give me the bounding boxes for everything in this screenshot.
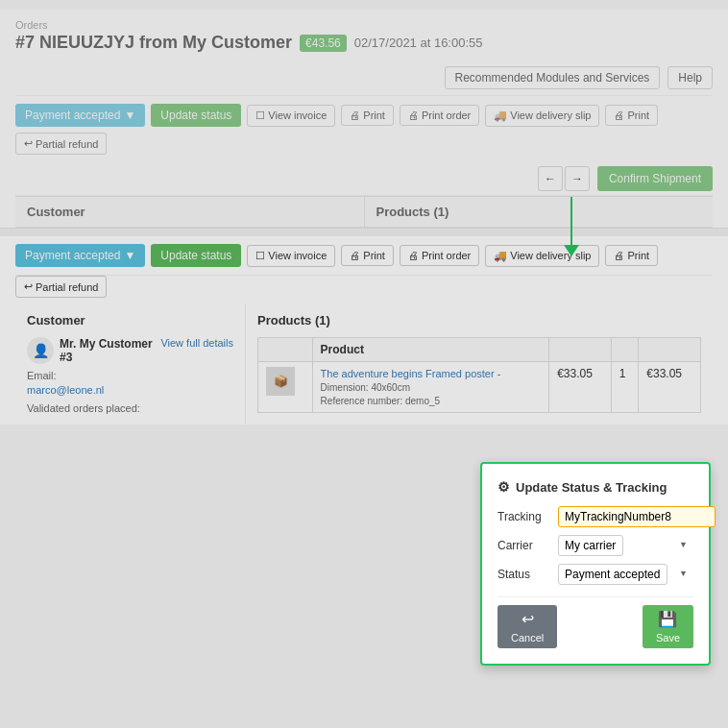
save-icon: 💾	[658, 610, 677, 628]
arrow-annotation	[564, 197, 579, 256]
recommended-modules-button[interactable]: Recommended Modules and Services	[445, 66, 661, 89]
breadcrumb: Orders	[15, 19, 713, 31]
view-full-details-link[interactable]: View full details	[160, 337, 233, 349]
bottom-status-label: Payment accepted	[25, 249, 120, 262]
order-badge: €43.56	[300, 35, 347, 52]
customer-panel: Customer 👤 Mr. My Customer #3 View full …	[15, 303, 246, 425]
carrier-row: Carrier My carrier	[497, 535, 693, 556]
bottom-invoice-icon: ☐	[255, 250, 265, 262]
refund-icon: ↩	[24, 137, 33, 150]
top-action-bar: Payment accepted ▼ Update status ☐ View …	[15, 96, 713, 162]
view-delivery-slip-button[interactable]: 🚚 View delivery slip	[485, 105, 599, 127]
table-row: 📦 The adventure begins Framed poster - D…	[258, 362, 701, 413]
save-button[interactable]: 💾 Save	[643, 605, 693, 648]
carrier-label: Carrier	[497, 539, 550, 552]
email-label: Email:	[27, 370, 57, 381]
print-order-button[interactable]: 🖨 Print order	[400, 105, 479, 126]
partial-refund-button[interactable]: ↩ Partial refund	[15, 133, 107, 155]
bottom-action-bar: Payment accepted ▼ Update status ☐ View …	[15, 236, 713, 276]
customer-email-row: Email: marco@leone.nl	[27, 368, 233, 397]
confirm-btn-area: ← → Confirm Shipment	[15, 162, 713, 196]
product-name-link[interactable]: The adventure begins Framed poster -	[321, 368, 501, 379]
modal-title: ⚙ Update Status & Tracking	[497, 479, 693, 495]
product-name-cell: The adventure begins Framed poster - Dim…	[312, 362, 549, 413]
customer-avatar-icon: 👤	[27, 337, 54, 364]
status-select-wrapper: Payment accepted	[558, 564, 693, 585]
order-number: #7 NIEUUZJYJ from My Customer	[15, 33, 292, 53]
bottom-view-delivery-slip-button[interactable]: 🚚 View delivery slip	[485, 245, 599, 267]
bottom-refund-icon: ↩	[24, 280, 33, 293]
customer-name-row: 👤 Mr. My Customer #3 View full details	[27, 337, 233, 364]
bottom-delivery-icon: 🚚	[494, 250, 507, 262]
product-col-name: Product	[312, 338, 549, 362]
cancel-icon: ↩	[522, 610, 534, 628]
content-area: Customer 👤 Mr. My Customer #3 View full …	[15, 303, 713, 425]
top-section: Orders #7 NIEUUZJYJ from My Customer €43…	[0, 10, 728, 229]
modal-footer: ↩ Cancel 💾 Save	[497, 596, 693, 648]
product-thumbnail: 📦	[266, 367, 295, 396]
cancel-button[interactable]: ↩ Cancel	[497, 605, 557, 648]
bottom-print-order-icon: 🖨	[408, 250, 419, 261]
bottom-print2-button[interactable]: 🖨 Print	[605, 245, 658, 266]
bottom-status-dropdown-button[interactable]: Payment accepted ▼	[15, 244, 145, 267]
products-panel-title: Products (1)	[257, 313, 701, 328]
status-select[interactable]: Payment accepted	[558, 564, 667, 585]
top-toolbar: Recommended Modules and Services Help	[15, 61, 713, 96]
order-date: 02/17/2021 at 16:00:55	[354, 36, 483, 50]
customer-info: 👤 Mr. My Customer #3 View full details E…	[27, 337, 233, 415]
print-order-icon: 🖨	[408, 109, 419, 121]
arrow-head	[564, 245, 579, 256]
carrier-select[interactable]: My carrier	[558, 535, 623, 556]
print-icon: 🖨	[350, 109, 360, 121]
product-col-image	[258, 338, 313, 362]
orders-placed-row: Validated orders placed:	[27, 400, 233, 415]
products-table: Product 📦 The adventure begin	[257, 337, 701, 413]
order-title: #7 NIEUUZJYJ from My Customer €43.56 02/…	[15, 33, 713, 53]
customer-section-header: Customer	[15, 197, 364, 227]
product-qty-cell: 1	[611, 362, 639, 413]
section-divider	[0, 229, 728, 236]
nav-arrows: ← →	[538, 166, 590, 191]
tracking-input[interactable]	[558, 506, 716, 527]
product-col-qty	[611, 338, 639, 362]
orders-label: Validated orders placed:	[27, 402, 140, 414]
confirm-shipment-button-top[interactable]: Confirm Shipment	[597, 166, 713, 191]
section-headers-top: Customer Products (1)	[15, 196, 713, 228]
product-dimension: Dimension: 40x60cm	[321, 382, 410, 393]
tracking-label: Tracking	[497, 510, 550, 523]
customer-name-block: Mr. My Customer #3	[60, 337, 153, 364]
bottom-update-status-button[interactable]: Update status	[151, 244, 241, 267]
view-invoice-button[interactable]: ☐ View invoice	[247, 105, 335, 127]
customer-email-link[interactable]: marco@leone.nl	[27, 384, 104, 396]
print2-button[interactable]: 🖨 Print	[605, 105, 658, 126]
arrow-line	[570, 197, 572, 245]
customer-panel-title: Customer	[27, 313, 233, 328]
delivery-icon: 🚚	[494, 109, 507, 122]
next-order-button[interactable]: →	[565, 166, 590, 191]
carrier-select-wrapper: My carrier	[558, 535, 693, 556]
modal-title-icon: ⚙	[497, 479, 510, 495]
chevron-down-icon: ▼	[124, 109, 135, 122]
bottom-view-invoice-button[interactable]: ☐ View invoice	[247, 245, 335, 267]
update-status-button[interactable]: Update status	[151, 104, 241, 127]
page-wrapper: Orders #7 NIEUUZJYJ from My Customer €43…	[0, 0, 728, 728]
bottom-print-button[interactable]: 🖨 Print	[341, 245, 394, 266]
bottom-print-order-button[interactable]: 🖨 Print order	[400, 245, 479, 266]
prev-order-button[interactable]: ←	[538, 166, 563, 191]
help-button[interactable]: Help	[667, 66, 713, 89]
invoice-icon: ☐	[255, 109, 265, 122]
bottom-section: Payment accepted ▼ Update status ☐ View …	[0, 236, 728, 425]
customer-id: #3	[60, 351, 153, 364]
product-reference: Reference number: demo_5	[321, 396, 441, 406]
print-button[interactable]: 🖨 Print	[341, 105, 394, 126]
bottom-partial-refund-button[interactable]: ↩ Partial refund	[15, 276, 107, 298]
status-label: Status	[497, 568, 550, 581]
product-total-cell: €33.05	[639, 362, 701, 413]
customer-avatar: 👤 Mr. My Customer #3	[27, 337, 153, 364]
bottom-chevron-down-icon: ▼	[124, 249, 135, 262]
update-status-tracking-modal: ⚙ Update Status & Tracking Tracking Carr…	[480, 462, 711, 666]
status-dropdown-button[interactable]: Payment accepted ▼	[15, 104, 145, 127]
status-label: Payment accepted	[25, 109, 120, 122]
bottom-print-icon: 🖨	[350, 250, 360, 261]
products-section-header: Products (1)	[364, 197, 714, 227]
